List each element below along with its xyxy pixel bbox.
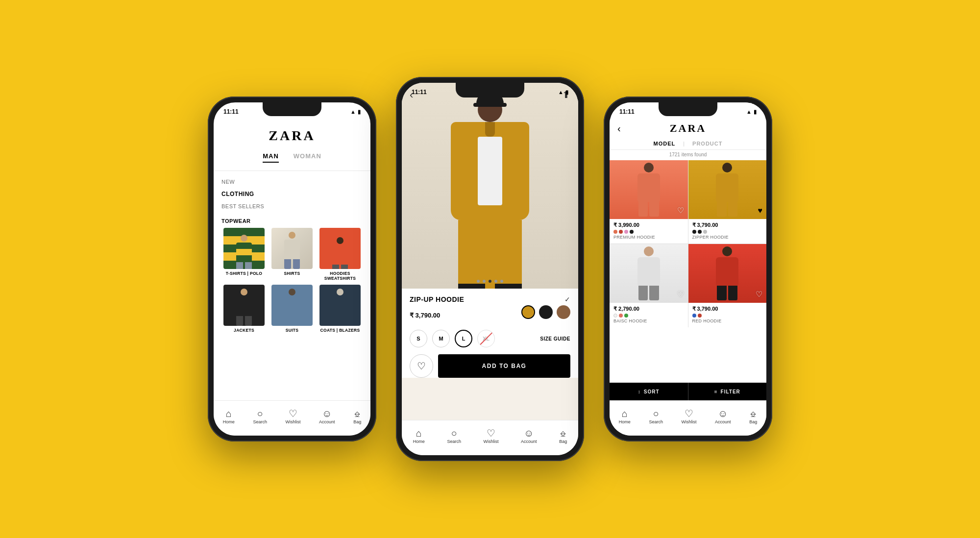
category-jackets[interactable]: JACKETS <box>221 285 267 333</box>
size-guide[interactable]: SIZE GUIDE <box>540 336 570 342</box>
ps-legs-1 <box>638 202 659 217</box>
product-name-row: ZIP-UP HOODIE ✓ <box>410 295 570 303</box>
nav-bag-2[interactable]: ⎒ Bag <box>559 428 567 444</box>
sort-label: SORT <box>644 389 660 394</box>
image-dots <box>477 280 503 283</box>
nav-wishlist-3[interactable]: ♡ Wishlist <box>681 409 696 424</box>
battery-icon-1: ▮ <box>358 109 361 115</box>
category-shirts[interactable]: SHIRTS <box>270 228 315 281</box>
size-m[interactable]: M <box>432 330 450 347</box>
color-black[interactable] <box>539 305 553 319</box>
wishlist-label-3: Wishlist <box>681 419 696 424</box>
product-card-4[interactable]: ♡ ₹ 3,790.00 RED HOODIE <box>688 244 767 327</box>
product-grid: ♡ ₹ 3,990.00 PREMIUM HOODIE <box>610 160 766 327</box>
category-tshirts[interactable]: T-SHIRTS | POLO <box>221 228 267 281</box>
jackets-img <box>223 285 265 326</box>
card-colors-2 <box>692 230 763 234</box>
figure-hoodie <box>451 122 529 220</box>
menu-bestsellers[interactable]: BEST SELLERS <box>221 200 363 212</box>
add-to-bag-button[interactable]: ADD TO BAG <box>438 354 570 378</box>
account-label-3: Account <box>715 419 731 424</box>
color-dot-10 <box>624 314 628 318</box>
card-name-1: PREMIUM HOODIE <box>613 235 684 240</box>
heart-icon-card-2[interactable]: ♥ <box>758 206 763 215</box>
nav-search-2[interactable]: ○ Search <box>447 428 461 444</box>
status-time-1: 11:11 <box>223 108 239 115</box>
product-name: ZIP-UP HOODIE <box>410 295 464 303</box>
sort-filter-bar: ↕ SORT ≡ FILTER <box>610 383 766 400</box>
color-dot-4 <box>630 230 634 234</box>
card-price-2: ₹ 3,790.00 <box>692 222 763 228</box>
color-brown[interactable] <box>557 305 570 319</box>
category-coats[interactable]: COATS | BLAZERS <box>318 285 363 333</box>
nav-home-3[interactable]: ⌂ Home <box>619 409 631 424</box>
heart-icon-card-3[interactable]: ♡ <box>677 290 684 299</box>
nav-search-3[interactable]: ○ Search <box>649 409 663 424</box>
product-card-3[interactable]: ♡ ₹ 2,790.00 BAISC HOODIE <box>610 244 688 327</box>
nav-wishlist-2[interactable]: ♡ Wishlist <box>483 428 498 444</box>
tshirts-label: T-SHIRTS | POLO <box>226 271 262 276</box>
sort-button[interactable]: ↕ SORT <box>610 383 688 400</box>
nav-bag-3[interactable]: ⎒ Bag <box>749 409 757 424</box>
size-xl[interactable]: XL <box>477 330 495 347</box>
nav-home-1[interactable]: ⌂ Home <box>223 409 235 424</box>
category-hoodies[interactable]: HOODIES SWEATSHIRTS <box>318 228 363 281</box>
color-dot-11 <box>692 314 696 318</box>
nav-account-3[interactable]: ☺ Account <box>715 409 731 424</box>
bottom-nav-3: ⌂ Home ○ Search ♡ Wishlist ☺ Account ⎒ <box>610 400 766 436</box>
ps-legs-2 <box>717 202 737 217</box>
ps-wrap-4 <box>712 246 742 300</box>
nav-wishlist-1[interactable]: ♡ Wishlist <box>285 409 300 424</box>
nav-search-1[interactable]: ○ Search <box>253 409 267 424</box>
category-grid-bottom: JACKETS SUITS <box>221 285 363 333</box>
battery-icon-2: ▮ <box>565 89 568 96</box>
phone-1: 11:11 ▲ ▮ ZARA MAN WOMAN NEW CLOTHING BE… <box>208 97 376 441</box>
size-l[interactable]: L <box>455 330 472 347</box>
search-label-1: Search <box>253 419 267 424</box>
items-count: 1721 items found <box>610 150 766 160</box>
color-dot-2 <box>619 230 623 234</box>
wishlist-button-2[interactable]: ♡ <box>410 354 433 378</box>
filter-button[interactable]: ≡ FILTER <box>688 383 767 400</box>
zara-logo-1: ZARA <box>214 118 370 148</box>
heart-icon-card-4[interactable]: ♡ <box>756 290 762 299</box>
view-product[interactable]: PRODUCT <box>692 141 722 147</box>
status-icons-3: ▲ ▮ <box>746 109 757 115</box>
ps-body-2 <box>716 173 738 202</box>
home-icon-3: ⌂ <box>622 409 628 418</box>
nav-account-1[interactable]: ☺ Account <box>319 409 335 424</box>
card-img-4: ♡ <box>688 244 767 303</box>
menu-clothing[interactable]: CLOTHING <box>221 188 363 200</box>
tab-man[interactable]: MAN <box>263 152 279 163</box>
size-s[interactable]: S <box>410 330 427 347</box>
category-suits[interactable]: SUITS <box>270 285 315 333</box>
card-img-1: ♡ <box>610 160 688 219</box>
menu-new[interactable]: NEW <box>221 176 363 188</box>
ps-legs-4 <box>717 286 737 300</box>
bottom-nav-1: ⌂ Home ○ Search ♡ Wishlist ☺ Account ⎒ B… <box>214 400 370 436</box>
wifi-icon-2: ▲ <box>558 89 564 95</box>
product-card-1[interactable]: ♡ ₹ 3,990.00 PREMIUM HOODIE <box>610 160 688 244</box>
dot-1 <box>477 280 480 283</box>
color-dot-6 <box>698 230 702 234</box>
bag-label-1: Bag <box>353 419 361 424</box>
nav-home-2[interactable]: ⌂ Home <box>413 428 425 444</box>
product-details: ZIP-UP HOODIE ✓ ₹ 3,790.00 S M L <box>402 289 578 378</box>
nav-account-2[interactable]: ☺ Account <box>521 428 537 444</box>
card-price-3: ₹ 2,790.00 <box>613 306 684 312</box>
card-price-1: ₹ 3,990.00 <box>613 222 684 228</box>
product-card-2[interactable]: ♥ ₹ 3,790.00 ZIPPER HOODIE <box>688 160 767 244</box>
card-colors-1 <box>613 230 684 234</box>
view-separator: | <box>683 141 685 147</box>
home-label-3: Home <box>619 419 631 424</box>
color-yellow[interactable] <box>521 305 535 319</box>
filter-icon: ≡ <box>714 389 718 394</box>
view-model[interactable]: MODEL <box>654 141 676 147</box>
tab-woman[interactable]: WOMAN <box>294 152 321 163</box>
suits-img <box>271 285 313 326</box>
back-button-3[interactable]: ‹ <box>617 123 621 134</box>
shirts-img <box>271 228 313 269</box>
nav-bag-1[interactable]: ⎒ Bag <box>353 409 361 424</box>
product-check-icon: ✓ <box>564 295 570 303</box>
heart-icon-card-1[interactable]: ♡ <box>677 206 684 215</box>
